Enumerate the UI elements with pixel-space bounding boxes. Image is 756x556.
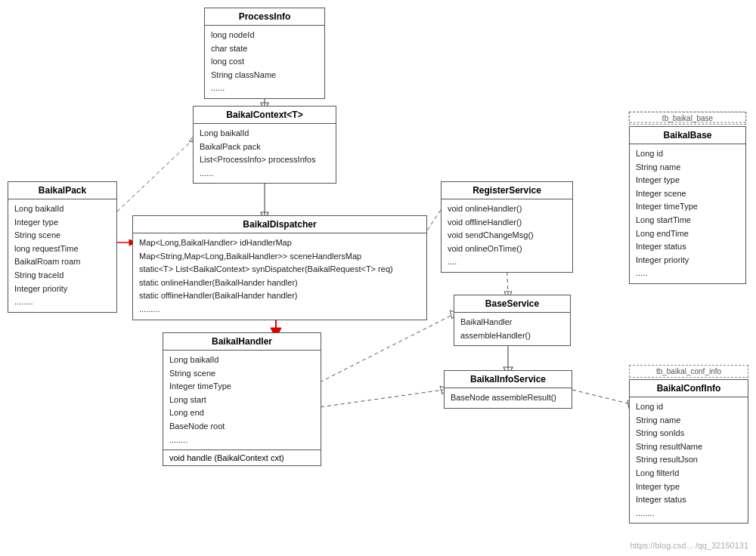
class-baikalconfinfo-label: tb_baikal_conf_info <box>629 365 748 378</box>
class-baikalpack-body: Long baikalId Integer type String scene … <box>8 199 116 312</box>
class-baikalcontext-body: Long baikalId BaikalPack pack List<Proce… <box>194 124 336 183</box>
class-processinfo-body: long nodeId char state long cost String … <box>205 26 324 98</box>
class-baikalhandler-header: BaikalHandler <box>163 333 321 351</box>
class-baikalpack: BaikalPack Long baikalId Integer type St… <box>8 181 117 313</box>
class-baikalconfinfo-header: BaikalConfInfo <box>630 380 748 397</box>
class-baikalhandler-body: Long baikalId String scene Integer timeT… <box>163 351 321 449</box>
class-baikalinfoservice-body: BaseNode assembleResult() <box>445 388 572 408</box>
class-baikalinfoservice: BaikalInfoService BaseNode assembleResul… <box>444 370 572 409</box>
class-baikalconfinfo: BaikalConfInfo Long id String name Strin… <box>629 379 748 524</box>
class-baikalbase-label: tb_baikal_base <box>629 112 746 125</box>
class-baikalpack-header: BaikalPack <box>8 182 116 199</box>
class-baikalbase: BaikalBase Long id String name Integer t… <box>629 126 746 284</box>
class-baikalhandler: BaikalHandler Long baikalId String scene… <box>163 332 321 466</box>
class-baikalinfoservice-header: BaikalInfoService <box>445 371 572 388</box>
watermark: https://blog.csd... /qq_32150131 <box>630 541 748 550</box>
class-baikalcontext: BaikalContext<T> Long baikalId BaikalPac… <box>193 106 336 184</box>
class-registerservice: RegisterService void onlineHandler() voi… <box>441 181 573 273</box>
class-baikalconfinfo-body: Long id String name String sonIds String… <box>630 397 748 523</box>
class-baseservice-body: BaikalHandler assembleHandler() <box>454 313 570 345</box>
class-registerservice-header: RegisterService <box>442 182 572 199</box>
class-processinfo: ProcessInfo long nodeId char state long … <box>204 8 325 99</box>
class-baikalbase-header: BaikalBase <box>630 127 745 144</box>
class-registerservice-body: void onlineHandler() void offlineHandler… <box>442 199 572 272</box>
class-baikalcontext-header: BaikalContext<T> <box>194 107 336 124</box>
svg-line-20 <box>572 390 631 404</box>
class-baseservice: BaseService BaikalHandler assembleHandle… <box>454 295 571 346</box>
class-baikaldispatcher: BaikalDispatcher Map<Long,BaikalHandler>… <box>132 215 427 320</box>
svg-line-16 <box>314 314 454 385</box>
svg-line-18 <box>314 390 444 408</box>
class-baseservice-header: BaseService <box>454 295 570 313</box>
svg-line-6 <box>117 140 193 212</box>
class-baikaldispatcher-header: BaikalDispatcher <box>133 216 426 233</box>
class-baikaldispatcher-body: Map<Long,BaikalHandler> idHandlerMap Map… <box>133 233 426 320</box>
class-baikalbase-body: Long id String name Integer type Integer… <box>630 144 745 283</box>
diagram-container: ProcessInfo long nodeId char state long … <box>0 0 756 556</box>
class-processinfo-header: ProcessInfo <box>205 8 324 26</box>
